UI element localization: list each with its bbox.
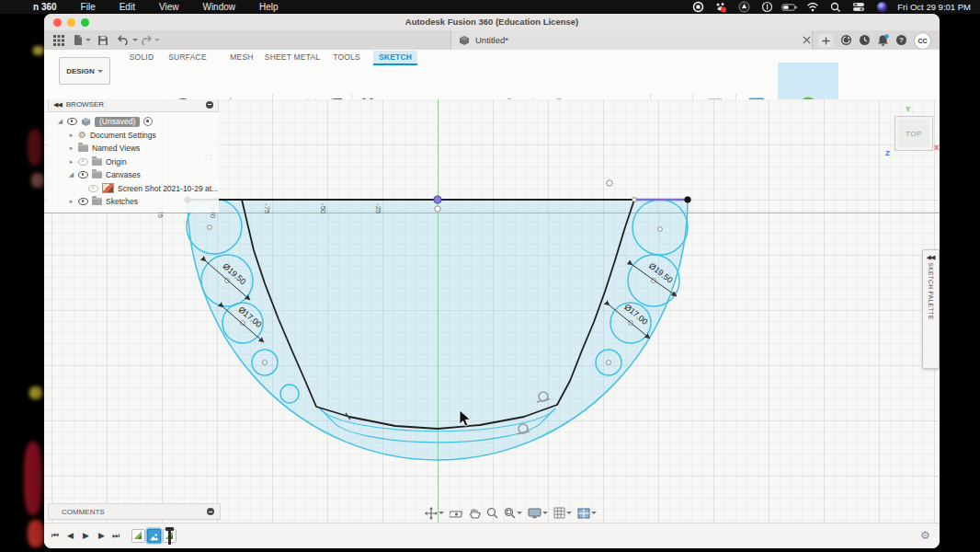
visibility-eye-icon[interactable]	[78, 171, 88, 178]
close-window-button[interactable]	[53, 18, 62, 27]
active-document-radio[interactable]	[143, 117, 153, 126]
design-workspace-dropdown[interactable]: DESIGN	[59, 57, 110, 85]
menu-window[interactable]: Window	[202, 2, 235, 12]
menu-view[interactable]: View	[159, 2, 179, 12]
browser-options-icon[interactable]	[206, 101, 213, 109]
wallpaper-fragment	[28, 520, 44, 547]
document-name-label: (Unsaved)	[95, 117, 140, 127]
visibility-eye-icon[interactable]	[78, 158, 88, 166]
notifications-bell-icon[interactable]	[877, 34, 889, 46]
timeline-canvas-feature[interactable]	[147, 529, 161, 543]
comments-panel-header[interactable]: COMMENTS	[48, 503, 221, 520]
document-tab[interactable]: Untitled*	[450, 30, 813, 50]
document-cube-icon	[459, 35, 470, 46]
window-titlebar[interactable]: Autodesk Fusion 360 (Education License)	[44, 14, 940, 31]
spotlight-search-icon[interactable]	[827, 2, 844, 13]
job-status-icon[interactable]	[859, 34, 871, 46]
tree-item-label: Document Settings	[90, 131, 156, 140]
app-launcher-icon[interactable]	[53, 34, 64, 46]
expand-arrow-icon[interactable]: ◢	[68, 171, 74, 178]
tree-item-label: Origin	[106, 157, 127, 167]
sketch-profile-fill	[188, 200, 688, 460]
menu-edit[interactable]: Edit	[120, 2, 135, 12]
viewcube-top-face[interactable]: TOP	[895, 116, 933, 151]
new-tab-button[interactable]	[818, 34, 833, 47]
status-paw-icon[interactable]	[712, 2, 729, 13]
browser-row-named-views[interactable]: ▸ Named Views	[48, 142, 219, 155]
look-at-icon[interactable]	[450, 508, 463, 519]
status-info-icon[interactable]	[758, 2, 775, 13]
grid-settings-icon[interactable]	[553, 507, 572, 519]
screen-record-icon[interactable]	[689, 2, 706, 13]
expand-arrow-icon[interactable]: ▸	[68, 198, 74, 205]
tab-surface[interactable]: SURFACE	[163, 51, 212, 63]
browser-row-screenshot-canvas[interactable]: Screen Shot 2021-10-29 at...	[48, 182, 219, 196]
timeline-play-button[interactable]: ▶	[83, 530, 89, 542]
comments-options-icon[interactable]	[207, 508, 214, 515]
expand-arrow-icon[interactable]: ▸	[68, 144, 74, 152]
status-shield-icon[interactable]	[735, 2, 752, 13]
user-avatar[interactable]: CC	[914, 32, 931, 50]
tree-item-label: Named Views	[92, 144, 140, 153]
minimize-window-button[interactable]	[67, 18, 75, 27]
save-icon[interactable]	[97, 34, 108, 46]
undo-icon[interactable]	[118, 34, 138, 46]
visibility-eye-icon[interactable]	[88, 185, 98, 192]
viewcube[interactable]: TOP Y X Z	[885, 107, 940, 160]
expand-arrow-icon[interactable]: ▸	[68, 132, 74, 139]
expand-arrow-icon[interactable]: ▸	[68, 158, 74, 166]
visibility-eye-icon[interactable]	[67, 118, 77, 125]
zoom-icon[interactable]	[486, 507, 498, 519]
extension-icon[interactable]	[840, 34, 852, 46]
browser-header[interactable]: ◀◀ BROWSER	[48, 99, 219, 112]
sketch-geometry[interactable]: Ø19.50 Ø19.50 Ø17.00 Ø17.00 -125 -100 -7…	[136, 143, 743, 492]
orbit-icon[interactable]	[425, 507, 444, 520]
browser-row-document-settings[interactable]: ▸ ⚙ Document Settings	[48, 129, 219, 143]
expand-arrow-icon[interactable]: ◢	[57, 118, 63, 125]
browser-row-canvases[interactable]: ◢ Canvases	[48, 168, 219, 182]
expand-palette-icon[interactable]: ◀◀	[927, 254, 935, 261]
browser-row-sketches[interactable]: ▸ Sketches	[48, 195, 219, 209]
help-icon[interactable]: ?	[895, 34, 907, 46]
caret-icon	[517, 512, 522, 514]
close-tab-icon[interactable]	[803, 34, 811, 46]
tab-sheet-metal[interactable]: SHEET METAL	[259, 51, 325, 63]
menu-help[interactable]: Help	[259, 2, 279, 12]
timeline-step-back-button[interactable]: ◀	[67, 530, 74, 542]
file-menu-icon[interactable]	[74, 34, 91, 46]
folder-icon	[92, 158, 102, 166]
timeline-step-forward-button[interactable]: ▶	[98, 530, 105, 542]
timeline-sketch-feature[interactable]	[131, 529, 145, 543]
tab-sketch[interactable]: SKETCH	[373, 51, 417, 65]
collapse-browser-icon[interactable]: ◀◀	[53, 101, 62, 109]
timeline-skip-start-button[interactable]: ⏮	[51, 530, 59, 542]
viewports-icon[interactable]	[577, 508, 597, 519]
caret-icon	[542, 512, 548, 514]
timeline-skip-end-button[interactable]: ⏭	[112, 530, 120, 542]
pan-hand-icon[interactable]	[469, 507, 481, 519]
control-center-icon[interactable]	[850, 2, 867, 13]
timeline-settings-gear-icon[interactable]: ⚙	[920, 529, 930, 542]
siri-icon[interactable]	[873, 2, 890, 13]
visibility-eye-icon[interactable]	[78, 198, 88, 205]
menu-file[interactable]: File	[81, 2, 96, 12]
menubar-clock[interactable]: Fri Oct 29 9:01 PM	[897, 2, 971, 12]
sketch-palette-panel[interactable]: ◀◀ SKETCH PALETTE	[922, 249, 940, 369]
caret-icon	[439, 512, 444, 514]
design-canvas[interactable]: Ø19.50 Ø19.50 Ø17.00 Ø17.00 -125 -100 -7…	[44, 99, 940, 523]
zoom-window-icon[interactable]	[504, 507, 522, 519]
browser-row-origin[interactable]: ▸ Origin	[48, 155, 219, 169]
browser-row-document[interactable]: ◢ (Unsaved)	[48, 115, 219, 129]
tab-solid[interactable]: SOLID	[124, 51, 160, 63]
tab-tools[interactable]: TOOLS	[327, 51, 366, 63]
menu-app-name[interactable]: n 360	[33, 2, 57, 12]
wifi-icon[interactable]	[804, 2, 821, 13]
app-toolbar: Untitled* ? CC	[44, 30, 940, 51]
redo-icon[interactable]	[140, 34, 160, 46]
canvas-navigation-bar	[425, 505, 597, 521]
timeline-scrubber[interactable]	[168, 527, 171, 545]
battery-icon[interactable]	[781, 2, 798, 13]
tab-mesh[interactable]: MESH	[224, 51, 258, 63]
zoom-window-button[interactable]	[81, 18, 89, 27]
display-settings-icon[interactable]	[528, 508, 548, 519]
